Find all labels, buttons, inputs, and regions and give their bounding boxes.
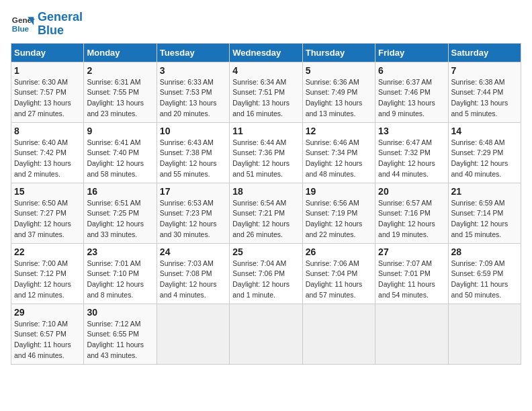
day-info: Sunrise: 6:40 AM Sunset: 7:42 PM Dayligh… <box>14 138 71 178</box>
calendar-cell <box>302 304 375 364</box>
column-header-sunday: Sunday <box>11 43 84 62</box>
day-number: 27 <box>378 246 445 257</box>
calendar-body: 1 Sunrise: 6:30 AM Sunset: 7:57 PM Dayli… <box>11 62 521 364</box>
calendar-cell: 23 Sunrise: 7:01 AM Sunset: 7:10 PM Dayl… <box>84 243 157 304</box>
day-number: 5 <box>306 65 372 76</box>
day-number: 3 <box>160 65 226 76</box>
day-number: 2 <box>87 65 153 76</box>
day-number: 17 <box>160 186 226 197</box>
calendar-cell <box>448 304 521 364</box>
day-number: 16 <box>87 186 153 197</box>
day-info: Sunrise: 7:00 AM Sunset: 7:12 PM Dayligh… <box>14 259 71 299</box>
day-number: 13 <box>378 126 445 136</box>
calendar-cell: 15 Sunrise: 6:50 AM Sunset: 7:27 PM Dayl… <box>11 183 84 243</box>
calendar-cell: 11 Sunrise: 6:44 AM Sunset: 7:36 PM Dayl… <box>230 122 302 183</box>
calendar-cell <box>375 304 448 364</box>
day-info: Sunrise: 6:31 AM Sunset: 7:55 PM Dayligh… <box>87 78 144 118</box>
calendar-cell: 2 Sunrise: 6:31 AM Sunset: 7:55 PM Dayli… <box>84 62 157 122</box>
day-number: 21 <box>451 186 518 197</box>
calendar-cell: 30 Sunrise: 7:12 AM Sunset: 6:55 PM Dayl… <box>84 304 157 364</box>
page-header: General Blue GeneralBlue <box>11 11 521 38</box>
day-info: Sunrise: 7:10 AM Sunset: 6:57 PM Dayligh… <box>14 320 71 359</box>
day-number: 20 <box>378 186 445 197</box>
calendar-cell: 22 Sunrise: 7:00 AM Sunset: 7:12 PM Dayl… <box>11 243 84 304</box>
calendar-cell: 29 Sunrise: 7:10 AM Sunset: 6:57 PM Dayl… <box>11 304 84 364</box>
calendar-cell: 16 Sunrise: 6:51 AM Sunset: 7:25 PM Dayl… <box>84 183 157 243</box>
column-header-tuesday: Tuesday <box>157 43 229 62</box>
day-info: Sunrise: 6:56 AM Sunset: 7:19 PM Dayligh… <box>306 199 363 238</box>
calendar-cell: 3 Sunrise: 6:33 AM Sunset: 7:53 PM Dayli… <box>157 62 229 122</box>
day-number: 7 <box>451 65 518 76</box>
day-number: 6 <box>378 65 445 76</box>
calendar-row: 8 Sunrise: 6:40 AM Sunset: 7:42 PM Dayli… <box>11 122 521 183</box>
day-number: 30 <box>87 307 153 318</box>
day-info: Sunrise: 6:57 AM Sunset: 7:16 PM Dayligh… <box>378 199 435 238</box>
day-info: Sunrise: 6:34 AM Sunset: 7:51 PM Dayligh… <box>232 78 290 118</box>
logo: General Blue GeneralBlue <box>11 11 83 38</box>
calendar-cell: 12 Sunrise: 6:46 AM Sunset: 7:34 PM Dayl… <box>302 122 375 183</box>
day-info: Sunrise: 7:12 AM Sunset: 6:55 PM Dayligh… <box>87 320 144 359</box>
column-header-saturday: Saturday <box>448 43 521 62</box>
day-info: Sunrise: 6:37 AM Sunset: 7:46 PM Dayligh… <box>378 78 435 118</box>
calendar-cell: 24 Sunrise: 7:03 AM Sunset: 7:08 PM Dayl… <box>157 243 229 304</box>
day-number: 14 <box>451 126 518 136</box>
logo-icon: General Blue <box>11 12 35 36</box>
day-info: Sunrise: 6:53 AM Sunset: 7:23 PM Dayligh… <box>160 199 217 238</box>
calendar-cell: 28 Sunrise: 7:09 AM Sunset: 6:59 PM Dayl… <box>448 243 521 304</box>
day-info: Sunrise: 7:09 AM Sunset: 6:59 PM Dayligh… <box>451 259 508 299</box>
calendar-cell: 9 Sunrise: 6:41 AM Sunset: 7:40 PM Dayli… <box>84 122 157 183</box>
day-info: Sunrise: 6:33 AM Sunset: 7:53 PM Dayligh… <box>160 78 217 118</box>
calendar-row: 29 Sunrise: 7:10 AM Sunset: 6:57 PM Dayl… <box>11 304 521 364</box>
day-info: Sunrise: 6:41 AM Sunset: 7:40 PM Dayligh… <box>87 138 144 178</box>
day-number: 23 <box>87 246 153 257</box>
day-number: 28 <box>451 246 518 257</box>
day-info: Sunrise: 6:36 AM Sunset: 7:49 PM Dayligh… <box>306 78 363 118</box>
column-header-friday: Friday <box>375 43 448 62</box>
calendar-cell: 27 Sunrise: 7:07 AM Sunset: 7:01 PM Dayl… <box>375 243 448 304</box>
calendar-row: 22 Sunrise: 7:00 AM Sunset: 7:12 PM Dayl… <box>11 243 521 304</box>
calendar-cell: 20 Sunrise: 6:57 AM Sunset: 7:16 PM Dayl… <box>375 183 448 243</box>
calendar-cell: 18 Sunrise: 6:54 AM Sunset: 7:21 PM Dayl… <box>230 183 302 243</box>
day-info: Sunrise: 6:59 AM Sunset: 7:14 PM Dayligh… <box>451 199 508 238</box>
day-number: 19 <box>306 186 372 197</box>
day-info: Sunrise: 6:46 AM Sunset: 7:34 PM Dayligh… <box>306 138 363 178</box>
day-number: 26 <box>306 246 372 257</box>
day-info: Sunrise: 6:47 AM Sunset: 7:32 PM Dayligh… <box>378 138 435 178</box>
day-info: Sunrise: 7:07 AM Sunset: 7:01 PM Dayligh… <box>378 259 435 299</box>
day-info: Sunrise: 6:51 AM Sunset: 7:25 PM Dayligh… <box>87 199 144 238</box>
calendar-row: 15 Sunrise: 6:50 AM Sunset: 7:27 PM Dayl… <box>11 183 521 243</box>
day-info: Sunrise: 6:38 AM Sunset: 7:44 PM Dayligh… <box>451 78 508 118</box>
header-row: SundayMondayTuesdayWednesdayThursdayFrid… <box>11 43 521 62</box>
column-header-wednesday: Wednesday <box>230 43 302 62</box>
calendar-cell: 14 Sunrise: 6:48 AM Sunset: 7:29 PM Dayl… <box>448 122 521 183</box>
day-number: 4 <box>232 65 299 76</box>
svg-text:Blue: Blue <box>12 24 30 33</box>
calendar-cell: 4 Sunrise: 6:34 AM Sunset: 7:51 PM Dayli… <box>230 62 302 122</box>
day-number: 1 <box>14 65 81 76</box>
day-number: 24 <box>160 246 226 257</box>
column-header-monday: Monday <box>84 43 157 62</box>
day-number: 12 <box>306 126 372 136</box>
calendar-cell <box>157 304 229 364</box>
calendar-header: SundayMondayTuesdayWednesdayThursdayFrid… <box>11 43 521 62</box>
calendar-cell: 19 Sunrise: 6:56 AM Sunset: 7:19 PM Dayl… <box>302 183 375 243</box>
day-number: 29 <box>14 307 81 318</box>
day-info: Sunrise: 6:43 AM Sunset: 7:38 PM Dayligh… <box>160 138 217 178</box>
day-info: Sunrise: 7:03 AM Sunset: 7:08 PM Dayligh… <box>160 259 217 299</box>
calendar-cell: 8 Sunrise: 6:40 AM Sunset: 7:42 PM Dayli… <box>11 122 84 183</box>
day-info: Sunrise: 6:30 AM Sunset: 7:57 PM Dayligh… <box>14 78 71 118</box>
calendar-cell: 6 Sunrise: 6:37 AM Sunset: 7:46 PM Dayli… <box>375 62 448 122</box>
day-info: Sunrise: 7:01 AM Sunset: 7:10 PM Dayligh… <box>87 259 144 299</box>
day-number: 15 <box>14 186 81 197</box>
day-info: Sunrise: 6:48 AM Sunset: 7:29 PM Dayligh… <box>451 138 508 178</box>
calendar-table: SundayMondayTuesdayWednesdayThursdayFrid… <box>11 43 521 365</box>
day-number: 10 <box>160 126 226 136</box>
calendar-cell: 25 Sunrise: 7:04 AM Sunset: 7:06 PM Dayl… <box>230 243 302 304</box>
calendar-cell: 1 Sunrise: 6:30 AM Sunset: 7:57 PM Dayli… <box>11 62 84 122</box>
calendar-row: 1 Sunrise: 6:30 AM Sunset: 7:57 PM Dayli… <box>11 62 521 122</box>
day-number: 18 <box>232 186 299 197</box>
day-number: 8 <box>14 126 81 136</box>
calendar-cell: 21 Sunrise: 6:59 AM Sunset: 7:14 PM Dayl… <box>448 183 521 243</box>
calendar-cell: 7 Sunrise: 6:38 AM Sunset: 7:44 PM Dayli… <box>448 62 521 122</box>
day-info: Sunrise: 6:50 AM Sunset: 7:27 PM Dayligh… <box>14 199 71 238</box>
